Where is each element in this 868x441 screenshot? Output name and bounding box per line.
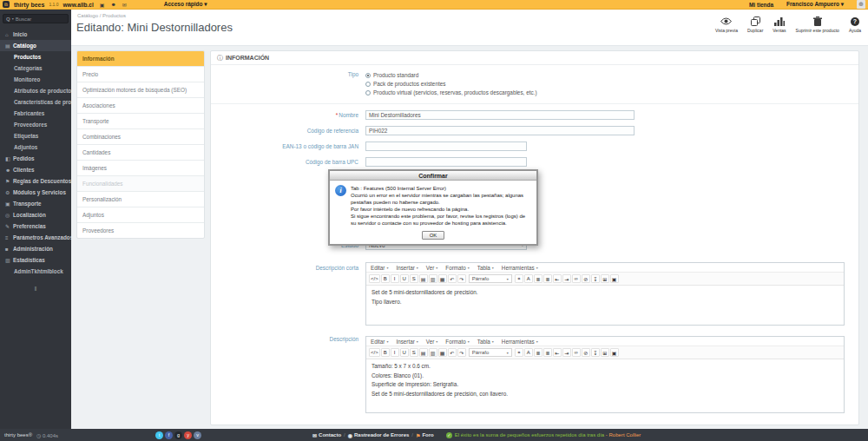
- bug-tracker-link[interactable]: ◉ Rastreador de Errores: [348, 432, 410, 438]
- sales-button[interactable]: Ventas: [773, 16, 786, 33]
- sidebar-item[interactable]: ⚙ Módulos y Servicios: [0, 187, 71, 198]
- editor-toolbar-button[interactable]: ❝: [515, 274, 523, 283]
- editor-toolbar-button[interactable]: ▥: [429, 348, 437, 357]
- shop-url-link[interactable]: www.allb.cl: [63, 2, 94, 8]
- sidebar-item[interactable]: Adjuntos: [0, 142, 71, 153]
- editor-toolbar-button[interactable]: ↷: [457, 274, 466, 283]
- editor-toolbar-button[interactable]: ≣: [543, 274, 552, 283]
- editor-menu-item[interactable]: Insertar▾: [396, 265, 418, 271]
- editor-menu-item[interactable]: Formato▾: [445, 265, 469, 271]
- sidebar-item[interactable]: ◧ Pedidos: [0, 153, 71, 164]
- product-tab[interactable]: Combinaciones: [77, 129, 204, 145]
- sidebar-item[interactable]: Proveedores: [0, 119, 71, 130]
- contact-link[interactable]: ✉ Contacto: [312, 432, 341, 438]
- editor-menu-item[interactable]: Ver▾: [426, 339, 437, 345]
- editor-toolbar-button[interactable]: ≣: [534, 348, 542, 357]
- editor-menu-item[interactable]: Tabla▾: [477, 339, 494, 345]
- breadcrumb[interactable]: Catálogo / Productos: [77, 13, 126, 18]
- product-tab[interactable]: Precio: [77, 67, 204, 82]
- sidebar-item[interactable]: Etiquetas: [0, 130, 71, 142]
- social-icon[interactable]: v: [194, 431, 201, 439]
- ean-input[interactable]: [365, 142, 527, 151]
- sidebar-search-input[interactable]: Q ▾ Buscar: [3, 14, 69, 23]
- sidebar-item[interactable]: ☻ Clientes: [0, 164, 71, 175]
- editor-toolbar-button[interactable]: I: [391, 348, 399, 357]
- sidebar-item[interactable]: ≡ Parámetros Avanzados: [0, 232, 71, 243]
- collapse-sidebar-button[interactable]: ‖: [0, 286, 71, 292]
- editor-toolbar-button[interactable]: ⊘: [582, 348, 590, 357]
- editor-menu-item[interactable]: Formato▾: [445, 339, 469, 345]
- editor-toolbar-button[interactable]: ▤: [419, 274, 428, 283]
- editor-toolbar-button[interactable]: A: [524, 274, 533, 283]
- product-tab[interactable]: Personalización: [77, 192, 204, 207]
- editor-toolbar-button[interactable]: I: [391, 274, 399, 283]
- product-tab[interactable]: Proveedores: [77, 223, 204, 238]
- editor-toolbar-button[interactable]: ↶: [448, 348, 457, 357]
- delete-product-button[interactable]: Suprimir este producto: [796, 16, 839, 33]
- quick-access-menu[interactable]: Acceso rápido ▾: [164, 1, 207, 8]
- editor-toolbar-button[interactable]: B: [381, 274, 390, 283]
- duplicate-button[interactable]: Duplicar: [747, 16, 763, 33]
- product-type-radio[interactable]: Pack de productos existentes: [365, 81, 537, 87]
- account-icon[interactable]: ☻: [110, 2, 115, 7]
- editor-toolbar-button[interactable]: ▣: [610, 274, 619, 283]
- social-icon[interactable]: t: [155, 431, 163, 439]
- editor-toolbar-button[interactable]: ⇥: [562, 274, 571, 283]
- sidebar-item[interactable]: ✎ Preferencias: [0, 220, 71, 232]
- sidebar-item[interactable]: ⚑ Reglas de Descuentos: [0, 175, 71, 187]
- my-shop-link[interactable]: Mi tienda: [749, 2, 773, 8]
- sidebar-item[interactable]: Atributos de productos: [0, 85, 71, 96]
- editor-menu-item[interactable]: Herramientas▾: [502, 339, 538, 345]
- sidebar-item[interactable]: ⌂ Inicio: [0, 29, 71, 40]
- product-tab[interactable]: Asociaciones: [77, 98, 204, 114]
- product-type-radio[interactable]: Producto standard: [365, 72, 537, 78]
- paragraph-format-select[interactable]: Párrafo▾: [469, 274, 512, 283]
- product-tab[interactable]: Adjuntos: [77, 207, 204, 223]
- quote-author-link[interactable]: - Robert Collier: [604, 432, 641, 438]
- editor-menu-item[interactable]: Editar▾: [371, 339, 388, 345]
- editor-toolbar-button[interactable]: ⇤: [553, 348, 562, 357]
- editor-toolbar-button[interactable]: ⊞: [601, 274, 609, 283]
- editor-toolbar-button[interactable]: ⇥: [562, 348, 571, 357]
- editor-toolbar-button[interactable]: ▣: [610, 348, 619, 357]
- product-tab[interactable]: Transporte: [77, 114, 204, 129]
- product-tab[interactable]: Optimización motores de búsqueda (SEO): [77, 82, 204, 98]
- sidebar-item[interactable]: ◎ Localización: [0, 209, 71, 220]
- short-description-content[interactable]: Set de 5 mini-destornilladores de precis…: [366, 286, 844, 325]
- social-icon[interactable]: f: [165, 431, 173, 439]
- editor-toolbar-button[interactable]: ∞: [572, 348, 581, 357]
- reference-input[interactable]: PIH022: [365, 126, 635, 135]
- editor-toolbar-button[interactable]: A: [524, 348, 533, 357]
- editor-toolbar-button[interactable]: U: [400, 274, 409, 283]
- ok-button[interactable]: OK: [422, 231, 444, 240]
- product-tab[interactable]: Imágenes: [77, 161, 204, 176]
- sidebar-item[interactable]: Fabricantes: [0, 108, 71, 119]
- paragraph-format-select[interactable]: Párrafo▾: [469, 348, 512, 357]
- social-icon[interactable]: y: [184, 431, 192, 439]
- editor-toolbar-button[interactable]: S: [410, 348, 418, 357]
- sidebar-item[interactable]: Características de produ...: [0, 96, 71, 108]
- editor-toolbar-button[interactable]: ▦: [438, 274, 447, 283]
- editor-toolbar-button[interactable]: ↷: [457, 348, 466, 357]
- editor-toolbar-button[interactable]: </>: [369, 348, 380, 357]
- editor-menu-item[interactable]: Ver▾: [426, 265, 437, 271]
- editor-menu-item[interactable]: Insertar▾: [396, 339, 418, 345]
- user-menu[interactable]: Francisco Ampuero ▾: [786, 1, 844, 8]
- sidebar-item[interactable]: Categorías: [0, 63, 71, 74]
- editor-toolbar-button[interactable]: ⊞: [601, 348, 609, 357]
- sidebar-item[interactable]: ▤ Catálogo: [0, 40, 71, 51]
- editor-toolbar-button[interactable]: ⊘: [582, 274, 590, 283]
- description-content[interactable]: Tamaño: 5 x 7 x 0.6 cm.Colores: Blanco (…: [366, 359, 844, 412]
- editor-toolbar-button[interactable]: ▤: [419, 348, 428, 357]
- upc-input[interactable]: [365, 157, 527, 167]
- editor-toolbar-button[interactable]: B: [381, 348, 390, 357]
- editor-menu-item[interactable]: Editar▾: [371, 265, 388, 271]
- editor-toolbar-button[interactable]: ▦: [438, 348, 447, 357]
- product-tab[interactable]: Información: [77, 51, 204, 67]
- editor-toolbar-button[interactable]: ⇤: [553, 274, 562, 283]
- cart-icon[interactable]: ▣: [100, 2, 105, 8]
- sidebar-item[interactable]: Monitoreo: [0, 74, 71, 85]
- editor-toolbar-button[interactable]: </>: [369, 274, 380, 283]
- editor-menu-item[interactable]: Herramientas▾: [502, 265, 538, 271]
- preview-button[interactable]: Vista previa: [715, 16, 738, 33]
